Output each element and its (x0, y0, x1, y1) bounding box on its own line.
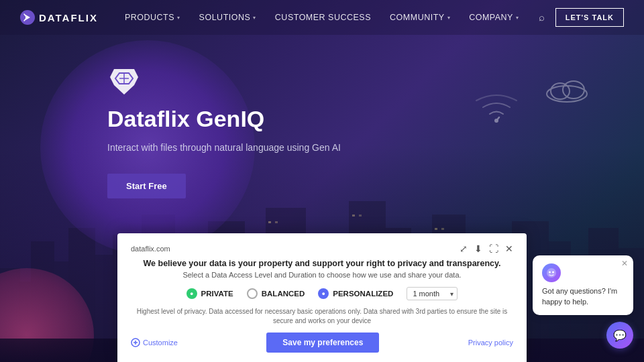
logo-icon (20, 10, 35, 25)
cookie-modal-icons: ⤢ ⬇ ⛶ ✕ (460, 244, 513, 253)
modal-download-button[interactable]: ⬇ (474, 244, 482, 253)
svg-point-52 (549, 272, 551, 274)
chat-bubble: ✕ Got any questions? I'm happy to help. (533, 255, 633, 315)
modal-close-button[interactable]: ✕ (505, 244, 513, 253)
svg-rect-31 (268, 221, 271, 223)
svg-rect-35 (435, 228, 437, 230)
svg-point-51 (547, 268, 556, 278)
cookie-modal-url: dataflix.com (131, 245, 170, 253)
privacy-policy-link[interactable]: Privacy policy (468, 339, 513, 347)
privacy-option-personalized[interactable]: ● PERSONALIZED (318, 288, 393, 299)
nav-item-company[interactable]: COMPANY ▾ (469, 13, 519, 22)
svg-rect-32 (275, 221, 278, 223)
nav-item-community[interactable]: COMMUNITY ▾ (390, 13, 450, 22)
customize-icon (131, 338, 140, 347)
hero-title: Dataflix GenIQ (107, 107, 341, 131)
radio-balanced (247, 288, 258, 299)
navbar: DATAFLIX PRODUCTS ▾ SOLUTIONS ▾ CUSTOMER… (0, 0, 644, 35)
chat-bubble-text: Got any questions? I'm happy to help. (542, 286, 624, 307)
duration-select[interactable]: 1 month 3 months 6 months 1 year (407, 287, 458, 300)
svg-point-40 (547, 86, 587, 102)
chevron-icon: ▾ (253, 15, 256, 21)
svg-point-42 (563, 81, 584, 99)
customize-link[interactable]: Customize (131, 338, 178, 347)
nav-item-customer-success[interactable]: CUSTOMER SUCCESS (275, 13, 371, 22)
nav-item-products[interactable]: PRODUCTS ▾ (125, 13, 180, 22)
chat-open-button[interactable]: 💬 (606, 322, 633, 349)
chevron-icon: ▾ (516, 15, 519, 21)
hero-subtitle: Interact with files through natural lang… (107, 141, 341, 155)
save-preferences-button[interactable]: Save my preferences (266, 333, 379, 353)
svg-point-53 (552, 272, 554, 274)
lets-talk-button[interactable]: LET'S TALK (555, 8, 624, 27)
cookie-title: We believe your data is your property an… (131, 259, 513, 268)
duration-wrapper: 1 month 3 months 6 months 1 year (407, 287, 458, 300)
nav-right: ⌕ LET'S TALK (539, 8, 624, 27)
hero-logo-icon (107, 64, 141, 97)
cookie-consent-modal: dataflix.com ⤢ ⬇ ⛶ ✕ We believe your dat… (117, 233, 527, 362)
wifi-decoration (470, 87, 523, 130)
logo-text: DATAFLIX (39, 12, 98, 23)
privacy-option-private[interactable]: ● PRIVATE (186, 288, 233, 299)
nav-item-solutions[interactable]: SOLUTIONS ▾ (199, 13, 256, 22)
search-icon[interactable]: ⌕ (539, 11, 545, 23)
chat-bubble-close-button[interactable]: ✕ (621, 259, 628, 267)
svg-rect-34 (359, 215, 362, 217)
privacy-options: ● PRIVATE BALANCED ● PERSONALIZED 1 mont… (131, 287, 513, 300)
svg-rect-33 (352, 215, 355, 217)
chat-button-icon: 💬 (613, 329, 627, 342)
privacy-option-balanced[interactable]: BALANCED (247, 288, 305, 299)
modal-expand-button[interactable]: ⤢ (460, 244, 468, 253)
logo[interactable]: DATAFLIX (20, 10, 98, 25)
chat-bot-icon (542, 263, 561, 282)
chevron-icon: ▾ (447, 15, 451, 21)
cookie-modal-header: dataflix.com ⤢ ⬇ ⛶ ✕ (131, 244, 513, 253)
modal-settings-button[interactable]: ⛶ (489, 244, 498, 253)
hero-content: Dataflix GenIQ Interact with files throu… (107, 64, 341, 198)
svg-rect-36 (441, 228, 444, 230)
cookie-footer: Customize Save my preferences Privacy po… (131, 333, 513, 353)
start-free-button[interactable]: Start Free (107, 174, 186, 198)
chat-widget: ✕ Got any questions? I'm happy to help. … (533, 255, 633, 349)
cloud-decoration (543, 74, 590, 107)
cookie-subtitle: Select a Data Access Level and Duration … (131, 271, 513, 279)
nav-links: PRODUCTS ▾ SOLUTIONS ▾ CUSTOMER SUCCESS … (125, 13, 539, 22)
radio-private: ● (186, 288, 197, 299)
chevron-icon: ▾ (177, 15, 180, 21)
cookie-description: Highest level of privacy. Data accessed … (131, 307, 513, 326)
radio-personalized: ● (318, 288, 329, 299)
svg-point-39 (494, 119, 498, 123)
